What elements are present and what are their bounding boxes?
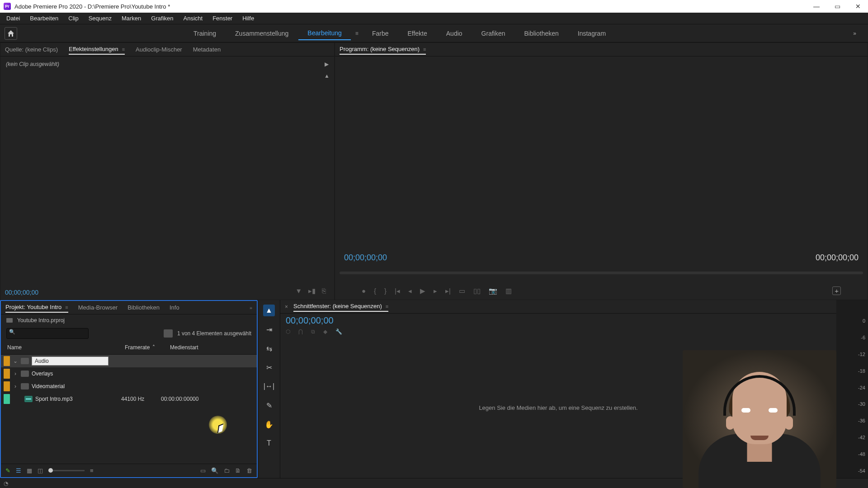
mark-in-icon[interactable]: { [374, 287, 376, 295]
tab-project-2[interactable]: Bibliotheken [127, 304, 160, 311]
panel-menu-icon[interactable]: ≡ [423, 47, 426, 52]
overwrite-icon[interactable]: ⎘ [322, 287, 326, 295]
pen-tool[interactable]: ✎ [263, 399, 275, 411]
panel-menu-icon[interactable]: ≡ [65, 305, 68, 310]
selection-tool[interactable]: ▲ [263, 305, 275, 316]
play-icon[interactable]: ▶ [420, 287, 425, 295]
tab-source-0[interactable]: Quelle: (keine Clips) [5, 46, 58, 53]
icon-view-icon[interactable]: ▦ [27, 467, 32, 474]
track-select-tool[interactable]: ⇥ [263, 324, 275, 335]
column-name[interactable]: Name [4, 343, 121, 352]
menu-fenster[interactable]: Fenster [208, 13, 237, 23]
tab-project-3[interactable]: Info [170, 304, 179, 311]
filter-icon[interactable]: ▼ [295, 287, 302, 295]
menu-hilfe[interactable]: Hilfe [238, 13, 259, 23]
column-framerate[interactable]: Framerate ˄ [121, 343, 166, 352]
menu-ansicht[interactable]: Ansicht [179, 13, 207, 23]
settings-icon[interactable]: 🔧 [335, 328, 342, 335]
project-row-1[interactable]: ›Overlays [1, 367, 257, 380]
label-swatch[interactable] [4, 369, 10, 379]
snap-icon[interactable]: ⋂ [298, 328, 303, 335]
tab-source-2[interactable]: Audioclip-Mischer [136, 46, 182, 53]
close-button[interactable]: ✕ [852, 0, 864, 13]
write-clip-icon[interactable]: ✎ [5, 467, 10, 474]
linked-selection-icon[interactable]: ⧉ [311, 328, 315, 335]
export-frame-icon[interactable]: 📷 [489, 287, 497, 295]
freeform-view-icon[interactable]: ◫ [38, 467, 43, 474]
comparison-icon[interactable]: ▥ [505, 287, 512, 295]
disclosure-icon[interactable]: › [13, 383, 18, 389]
workspace-bearbeitung[interactable]: Bearbeitung [298, 27, 351, 40]
delete-icon[interactable]: 🗑 [246, 467, 252, 474]
menu-datei[interactable]: Datei [2, 13, 24, 23]
collapse-icon[interactable]: ▲ [324, 73, 330, 79]
column-medienstart[interactable]: Medienstart [166, 343, 254, 352]
lift-icon[interactable]: ▭ [459, 287, 465, 295]
add-marker-icon[interactable]: ● [362, 287, 366, 295]
ripple-edit-tool[interactable]: ⇆ [263, 343, 275, 354]
maximize-button[interactable]: ▭ [831, 0, 844, 13]
tab-project-0[interactable]: Projekt: Youtube Intro≡ [5, 304, 68, 313]
new-item-icon[interactable]: 🗎 [235, 467, 241, 474]
panel-menu-icon[interactable]: ≡ [386, 304, 388, 309]
sort-icon[interactable]: ≡ [90, 467, 94, 474]
project-row-0[interactable]: ⌄ [1, 355, 257, 367]
tab-source-1[interactable]: Effekteinstellungen≡ [69, 46, 125, 55]
new-bin-icon[interactable]: 🗀 [224, 467, 230, 474]
workspaces-overflow[interactable]: » [846, 30, 863, 37]
find-icon[interactable]: 🔍 [211, 467, 218, 474]
go-to-out-icon[interactable]: ▸| [445, 287, 451, 295]
menu-grafiken[interactable]: Grafiken [146, 13, 178, 23]
add-marker-timeline-icon[interactable]: ◆ [323, 328, 327, 335]
workspace-instagram[interactable]: Instagram [569, 27, 615, 40]
project-row-2[interactable]: ›Videomaterial [1, 380, 257, 393]
slip-tool[interactable]: |↔| [263, 380, 275, 392]
step-fwd-icon[interactable]: ▸ [434, 287, 437, 295]
home-button[interactable] [5, 27, 17, 40]
project-search-input[interactable] [6, 328, 89, 339]
label-swatch[interactable] [4, 381, 10, 391]
menu-clip[interactable]: Clip [64, 13, 83, 23]
hand-tool[interactable]: ✋ [263, 418, 275, 430]
automate-icon[interactable]: ▭ [200, 467, 206, 474]
workspace-farbe[interactable]: Farbe [363, 27, 398, 40]
workspace-effekte[interactable]: Effekte [398, 27, 436, 40]
disclosure-icon[interactable]: ⌄ [13, 358, 18, 364]
menu-bearbeiten[interactable]: Bearbeiten [25, 13, 63, 23]
tab-project-1[interactable]: Media-Browser [78, 304, 118, 311]
project-row-3[interactable]: Sport Intro.mp344100 Hz00:00:00:00000 [1, 393, 257, 405]
new-bin-from-search-icon[interactable] [164, 329, 173, 338]
program-scrubber[interactable] [340, 272, 863, 274]
timeline-close-icon[interactable]: × [285, 304, 288, 310]
menu-marken[interactable]: Marken [117, 13, 146, 23]
workspace-menu-icon[interactable]: ≡ [352, 28, 362, 39]
label-swatch[interactable] [4, 394, 10, 404]
extract-icon[interactable]: ▯▯ [473, 287, 481, 295]
tab-timeline[interactable]: Schnittfenster: (keine Sequenzen) ≡ [293, 303, 388, 312]
zoom-slider[interactable] [48, 470, 85, 471]
menu-sequenz[interactable]: Sequenz [84, 13, 116, 23]
label-swatch[interactable] [4, 356, 10, 366]
razor-tool[interactable]: ✂ [263, 361, 275, 373]
rename-input[interactable] [32, 357, 108, 366]
workspace-audio[interactable]: Audio [437, 27, 472, 40]
insert-icon[interactable]: ▸▮ [308, 287, 316, 295]
workspace-zusammenstellung[interactable]: Zusammenstellung [226, 27, 297, 40]
panel-menu-icon[interactable]: ≡ [122, 47, 125, 52]
workspace-training[interactable]: Training [184, 27, 225, 40]
mark-out-icon[interactable]: } [384, 287, 387, 295]
workspace-grafiken[interactable]: Grafiken [472, 27, 514, 40]
expand-right-icon[interactable]: ▶ [325, 61, 329, 67]
button-editor-icon[interactable]: + [832, 286, 841, 295]
workspace-bibliotheken[interactable]: Bibliotheken [515, 27, 568, 40]
project-overflow-icon[interactable]: » [250, 305, 252, 310]
tab-source-3[interactable]: Metadaten [193, 46, 221, 53]
tab-program[interactable]: Programm: (keine Sequenzen) ≡ [340, 46, 426, 55]
go-to-in-icon[interactable]: |◂ [395, 287, 400, 295]
list-view-icon[interactable]: ☰ [16, 467, 21, 474]
disclosure-icon[interactable]: › [13, 371, 18, 377]
step-back-icon[interactable]: ◂ [408, 287, 412, 295]
nest-toggle-icon[interactable]: ⬡ [286, 328, 290, 335]
type-tool[interactable]: T [263, 437, 275, 449]
minimize-button[interactable]: — [810, 0, 823, 13]
